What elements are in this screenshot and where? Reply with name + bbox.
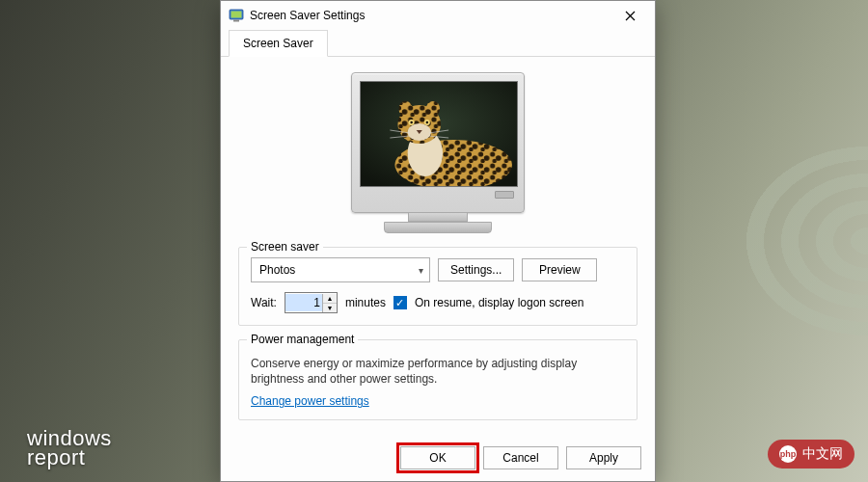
settings-button-label: Settings... xyxy=(450,263,502,277)
settings-button[interactable]: Settings... xyxy=(438,258,514,281)
screensaver-select[interactable]: Photos ▾ xyxy=(251,257,430,282)
power-group: Power management Conserve energy or maxi… xyxy=(238,339,637,420)
screen-saver-dialog: Screen Saver Settings Screen Saver xyxy=(220,0,656,482)
monitor-power-icon xyxy=(495,191,514,199)
resume-checkbox[interactable]: ✓ xyxy=(393,296,407,309)
watermark-line2: report xyxy=(27,447,112,469)
apply-button-label: Apply xyxy=(589,451,618,465)
close-button[interactable] xyxy=(610,2,649,29)
leopard-image xyxy=(361,82,517,186)
resume-label: On resume, display logon screen xyxy=(415,296,583,309)
ok-button-label: OK xyxy=(429,451,446,465)
monitor-screen xyxy=(360,81,518,187)
svg-rect-1 xyxy=(231,12,242,18)
wait-label: Wait: xyxy=(251,296,277,309)
spinner-buttons: ▲ ▼ xyxy=(322,294,337,312)
monitor-frame xyxy=(351,72,525,213)
power-description: Conserve energy or maximize performance … xyxy=(251,356,625,387)
wait-input[interactable] xyxy=(285,294,322,311)
wait-units: minutes xyxy=(345,296,386,309)
close-icon xyxy=(625,11,636,21)
screensaver-selected-value: Photos xyxy=(259,263,295,277)
php-icon: php xyxy=(779,445,797,463)
cancel-button[interactable]: Cancel xyxy=(483,446,558,469)
power-link-label: Change power settings xyxy=(251,394,369,408)
titlebar: Screen Saver Settings xyxy=(221,1,655,30)
svg-point-12 xyxy=(426,101,440,117)
spinner-down[interactable]: ▼ xyxy=(323,304,337,312)
tabstrip: Screen Saver xyxy=(221,30,655,57)
chevron-down-icon: ▾ xyxy=(419,265,423,276)
svg-rect-2 xyxy=(233,20,239,22)
preview-button-label: Preview xyxy=(539,263,581,277)
desktop-background: Screen Saver Settings Screen Saver xyxy=(0,0,868,482)
wait-spinner[interactable]: ▲ ▼ xyxy=(285,292,338,313)
ok-button[interactable]: OK xyxy=(400,446,475,469)
app-icon xyxy=(229,8,244,23)
svg-point-17 xyxy=(426,121,428,123)
svg-point-11 xyxy=(398,101,412,117)
power-group-label: Power management xyxy=(247,333,358,346)
apply-button[interactable]: Apply xyxy=(566,446,641,469)
watermark-windows-report: windows report xyxy=(27,428,112,469)
screensaver-group-label: Screen saver xyxy=(247,240,323,254)
spinner-up[interactable]: ▲ xyxy=(323,294,337,304)
watermark-right-text: 中文网 xyxy=(802,445,843,463)
screensaver-group: Screen saver Photos ▾ Settings... Previe… xyxy=(238,247,637,326)
tab-content: Screen saver Photos ▾ Settings... Previe… xyxy=(221,57,655,437)
window-title: Screen Saver Settings xyxy=(250,9,610,22)
monitor-base xyxy=(384,222,492,233)
tab-label: Screen Saver xyxy=(243,37,313,50)
watermark-php: php 中文网 xyxy=(768,440,854,469)
change-power-settings-link[interactable]: Change power settings xyxy=(251,394,369,408)
tab-screen-saver[interactable]: Screen Saver xyxy=(229,30,328,57)
monitor-stand xyxy=(408,213,468,222)
preview-button[interactable]: Preview xyxy=(522,258,597,281)
dialog-button-row: OK Cancel Apply xyxy=(221,437,655,481)
monitor-preview xyxy=(351,72,525,233)
svg-point-16 xyxy=(410,121,412,123)
cancel-button-label: Cancel xyxy=(502,451,538,465)
